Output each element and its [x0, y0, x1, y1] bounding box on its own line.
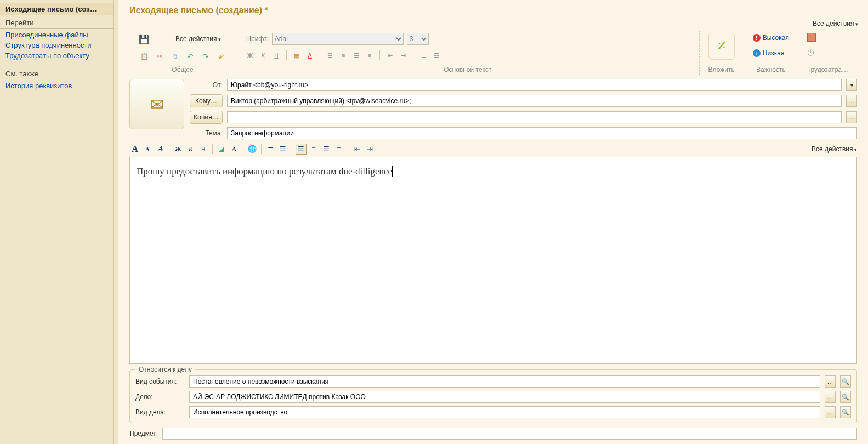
editor-all-actions[interactable]: Все действия: [812, 145, 857, 153]
sidebar: Исходящее письмо (соз… Перейти Присоедин…: [0, 0, 114, 444]
main: Исходящее письмо (создание) * Все действ…: [118, 0, 868, 444]
case-type-input[interactable]: [189, 406, 820, 418]
header-fields: ✉ От: ▾ Кому… … Копия… … Тема:: [118, 75, 868, 141]
from-dropdown-button[interactable]: ▾: [846, 79, 857, 91]
sidebar-link-effort[interactable]: Трудозатраты по объекту: [0, 50, 113, 61]
sidebar-title: Исходящее письмо (соз…: [0, 3, 113, 15]
sidebar-link-files[interactable]: Присоединенные файлы: [0, 30, 113, 40]
priority-high-icon: !: [753, 34, 761, 42]
event-type-input[interactable]: [189, 375, 820, 388]
ribbon-label-text: Основной текст: [245, 62, 690, 73]
see-also-header: См. также: [0, 66, 113, 79]
align-left2-icon[interactable]: ☰: [296, 144, 307, 155]
bottom-row: Предмет:: [118, 425, 868, 444]
color2-icon[interactable]: A: [229, 144, 240, 155]
editor-toolbar: A A A̶ Ж К Ч ◢ A 🌐 ≣ ☲ ☰ ≡ ☰ ≡ ⇤ ⇥ Все д…: [118, 141, 868, 157]
font-select[interactable]: Arial: [272, 33, 404, 45]
priority-low[interactable]: ↓ Низкая: [753, 48, 789, 58]
ribbon-group-attach: 𝄎 Вложить: [700, 31, 744, 75]
event-type-pick[interactable]: …: [825, 375, 836, 388]
general-all-actions[interactable]: Все действия: [175, 35, 221, 43]
underline-icon[interactable]: Ч: [271, 50, 281, 60]
case-type-search[interactable]: 🔍: [840, 406, 851, 418]
align-center-icon[interactable]: ≡: [338, 50, 348, 60]
ol-icon[interactable]: ≣: [418, 50, 428, 60]
nav-header: Перейти: [0, 15, 113, 29]
link-icon[interactable]: 🌐: [247, 144, 258, 155]
redo-icon[interactable]: ↷: [200, 50, 212, 62]
ribbon: 💾 Все действия 📋 ✂ ⧉ ↶ ↷ 🖌 Общее Шр: [118, 31, 868, 75]
copy-icon[interactable]: ⧉: [169, 50, 181, 62]
to-input[interactable]: [227, 95, 842, 107]
event-type-label: Вид события:: [135, 378, 185, 385]
cc-pick-button[interactable]: …: [846, 111, 857, 123]
editor-body[interactable]: Прошу предоставить информацию по результ…: [129, 157, 857, 364]
bottom-subject-label: Предмет:: [129, 430, 158, 437]
sidebar-link-hierarchy[interactable]: Структура подчиненности: [0, 40, 113, 50]
effort-square-icon[interactable]: [807, 33, 816, 42]
align-justify-icon[interactable]: ≡: [365, 50, 375, 60]
ol2-icon[interactable]: ≣: [265, 144, 276, 155]
align-right2-icon[interactable]: ☰: [321, 144, 332, 155]
align-justify2-icon[interactable]: ≡: [333, 144, 344, 155]
cc-button[interactable]: Копия…: [190, 111, 223, 124]
indent2-icon[interactable]: ⇥: [364, 144, 375, 155]
font-label: Шрифт:: [245, 35, 269, 43]
splitter-handle[interactable]: ⋮⋮: [114, 0, 118, 444]
bold2-icon[interactable]: Ж: [173, 144, 184, 155]
to-pick-button[interactable]: …: [846, 95, 857, 107]
all-actions-top[interactable]: Все действия: [813, 20, 858, 27]
brush-icon[interactable]: 🖌: [215, 50, 227, 62]
underline2-icon[interactable]: Ч: [198, 144, 209, 155]
outdent2-icon[interactable]: ⇤: [351, 144, 362, 155]
cc-input[interactable]: [227, 111, 842, 123]
undo-icon[interactable]: ↶: [184, 50, 196, 62]
editor-text: Прошу предоставить информацию по результ…: [137, 166, 392, 177]
priority-low-icon: ↓: [753, 49, 761, 57]
ribbon-label-effort: Трудозатра…: [807, 62, 848, 73]
font-style-icon[interactable]: A̶: [155, 144, 166, 155]
bold-icon[interactable]: Ж: [245, 50, 255, 60]
case-type-label: Вид дела:: [135, 408, 185, 416]
sidebar-link-history[interactable]: История реквизитов: [0, 81, 113, 91]
ribbon-group-priority: ! Высокая ↓ Низкая Важность: [744, 31, 798, 75]
case-pick[interactable]: …: [825, 391, 836, 403]
from-input[interactable]: [227, 79, 842, 91]
paste-icon[interactable]: 📋: [138, 50, 150, 62]
bgcolor2-icon[interactable]: ◢: [216, 144, 227, 155]
case-search[interactable]: 🔍: [840, 391, 851, 403]
case-type-pick[interactable]: …: [825, 406, 836, 418]
event-type-search[interactable]: 🔍: [840, 375, 851, 388]
effort-clock-icon[interactable]: ◷: [807, 47, 814, 57]
align-center2-icon[interactable]: ≡: [308, 144, 319, 155]
envelope-icon: ✉: [129, 79, 184, 129]
subject-input[interactable]: [227, 127, 857, 139]
ribbon-label-priority: Важность: [753, 62, 789, 73]
ul2-icon[interactable]: ☲: [277, 144, 288, 155]
indent-icon[interactable]: ⇥: [398, 50, 408, 60]
italic2-icon[interactable]: К: [185, 144, 196, 155]
align-right-icon[interactable]: ☰: [351, 50, 361, 60]
color-icon[interactable]: A: [305, 50, 315, 60]
paperclip-icon: 𝄎: [718, 37, 725, 56]
drag-dots-icon: ⋮⋮: [114, 219, 118, 225]
save-button[interactable]: 💾: [138, 33, 150, 45]
case-fieldset: Относится к делу Вид события: … 🔍 Дело: …: [129, 369, 857, 423]
font-small-icon[interactable]: A: [142, 144, 153, 155]
font-size-select[interactable]: 3: [407, 33, 429, 45]
bgcolor-icon[interactable]: ▦: [292, 50, 302, 60]
case-label: Дело:: [135, 393, 185, 401]
italic-icon[interactable]: К: [258, 50, 268, 60]
ribbon-label-general: Общее: [138, 62, 227, 73]
case-input[interactable]: [189, 391, 820, 403]
align-left-icon[interactable]: ☰: [325, 50, 335, 60]
priority-high[interactable]: ! Высокая: [753, 33, 789, 43]
outdent-icon[interactable]: ⇤: [385, 50, 395, 60]
cut-icon[interactable]: ✂: [154, 50, 166, 62]
case-legend: Относится к делу: [135, 366, 195, 373]
ul-icon[interactable]: ☲: [432, 50, 441, 60]
attach-button[interactable]: 𝄎: [708, 33, 735, 60]
to-button[interactable]: Кому…: [190, 94, 223, 107]
font-big-icon[interactable]: A: [129, 144, 140, 155]
bottom-subject-input[interactable]: [162, 428, 857, 440]
